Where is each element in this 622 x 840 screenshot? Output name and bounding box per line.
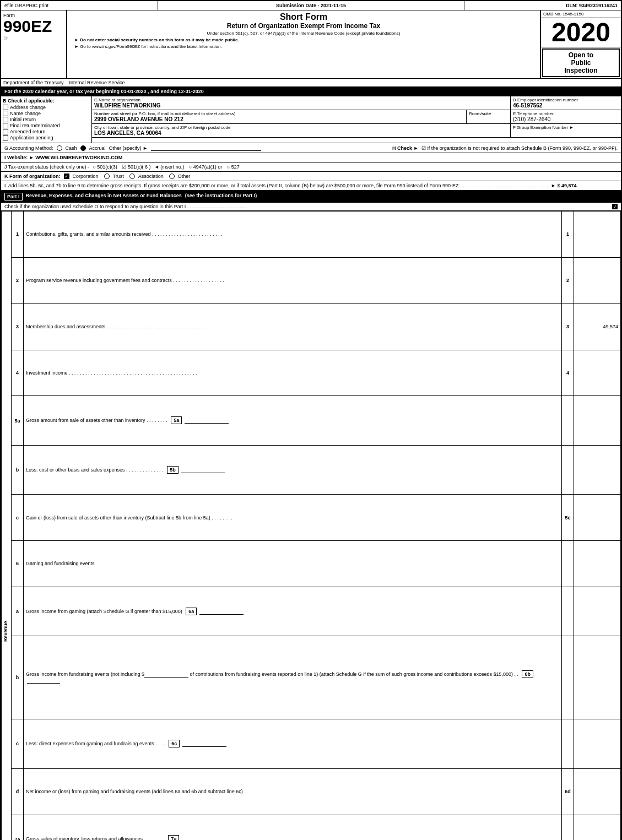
other-specify: Other (specify) ►: [109, 145, 148, 151]
line-1-desc: Contributions, gifts, grants, and simila…: [24, 212, 562, 258]
schedule-o-text: Check if the organization used Schedule …: [4, 204, 246, 209]
other-org-radio[interactable]: [169, 174, 175, 179]
org-name-value: WILDFIRE NETWORKING: [94, 102, 508, 109]
corp-label: Corporation: [73, 174, 99, 179]
line-6a-linenum: [562, 587, 574, 636]
line-6-value: [574, 541, 621, 587]
line-5b-value: [574, 445, 621, 494]
accounting-label: G Accounting Method:: [4, 145, 53, 151]
line-5c-desc: Gain or (loss) from sale of assets other…: [24, 495, 562, 541]
assoc-label: Association: [138, 174, 164, 179]
form-number: 990EZ: [3, 18, 64, 35]
omb-number: OMB No. 1545-1150: [541, 10, 621, 18]
phone-value: (310) 287-2640: [513, 116, 619, 122]
line-7a-desc: Gross sales of inventory, less returns a…: [24, 815, 562, 840]
line-5a-desc: Gross amount from sale of assets other t…: [24, 396, 562, 445]
tax-status-501c3: ○ 501(c)(3): [93, 164, 117, 170]
cash-radio[interactable]: [57, 145, 62, 151]
trust-label: Trust: [113, 174, 124, 179]
corp-checkbox[interactable]: [64, 174, 69, 179]
open-to-public: Open to Public Inspection: [542, 48, 620, 77]
group-exemption-label: F Group Exemption Number ►: [513, 125, 619, 130]
phone-label: E Telephone number: [513, 111, 619, 116]
schedule-o-checkbox[interactable]: [612, 204, 618, 209]
line-6b-linenum: [562, 636, 574, 719]
form-org-label: K Form of organization:: [4, 174, 61, 179]
line-6-desc: Gaming and fundraising events: [24, 541, 562, 587]
form-symbol: ☞: [3, 35, 64, 42]
website-label: I Website: ►: [4, 155, 34, 160]
line-5a-value: [574, 396, 621, 445]
tax-year-row: For the 2020 calendar year, or tax year …: [1, 87, 621, 96]
accrual-label: Accrual: [89, 145, 106, 151]
line-7a-value: [574, 815, 621, 840]
room-label: Room/suite: [469, 111, 508, 116]
line-5a-linenum: [562, 396, 574, 445]
cash-label: Cash: [66, 145, 77, 151]
tax-status-501c6: ☑ 501(c)( 6 ): [122, 164, 150, 170]
final-return-item: Final return/terminated: [3, 123, 90, 128]
street-label: Number and street (or P.O. box, if mail …: [94, 111, 464, 116]
submission-date: Submission Date - 2021-11-15: [158, 1, 465, 10]
line-5c-value: [574, 495, 621, 541]
other-org-label: Other: [178, 174, 191, 179]
line-4-desc: Investment income . . . . . . . . . . . …: [24, 350, 562, 396]
final-return-checkbox[interactable]: [3, 123, 8, 128]
tax-status-527: ○ 527: [227, 164, 240, 170]
l-amount: 49,574: [561, 183, 577, 188]
efile-label: efile GRAPHIC print: [1, 1, 158, 10]
h-check-text: ☑ if the organization is not required to…: [421, 145, 618, 151]
line-2-desc: Program service revenue including govern…: [24, 257, 562, 304]
city-value: LOS ANGELES, CA 90064: [94, 130, 508, 136]
tax-year: 2020: [541, 18, 621, 47]
l-line-text: L Add lines 5b, 6c, and 7b to line 9 to …: [4, 183, 560, 188]
line-6a-desc: Gross income from gaming (attach Schedul…: [24, 587, 562, 636]
tax-status-insert: ◄ (insert no.): [154, 164, 184, 170]
trust-radio[interactable]: [104, 174, 110, 179]
amended-return-item: Amended return: [3, 129, 90, 134]
line-6c-value: [574, 719, 621, 768]
short-form-title: Short Form: [69, 12, 538, 22]
assoc-radio[interactable]: [129, 174, 135, 179]
initial-return-checkbox[interactable]: [3, 117, 8, 122]
ein-label: D Employer identification number: [513, 97, 619, 102]
b-check-label: B Check if applicable:: [3, 98, 90, 104]
website-url: WWW.WILDNIRENETWORKING.COM: [35, 155, 122, 160]
ein-value: 46-5197562: [513, 102, 619, 109]
accrual-radio[interactable]: [80, 145, 86, 151]
street-value: 2999 OVERLAND AVENUE NO 212: [94, 116, 464, 122]
amended-return-checkbox[interactable]: [3, 129, 8, 134]
application-pending-checkbox[interactable]: [3, 135, 8, 140]
address-change-checkbox[interactable]: [3, 105, 8, 110]
dln-number: DLN: 93492319116241: [464, 1, 621, 10]
under-section: Under section 501(c), 527, or 4947(a)(1)…: [69, 31, 538, 36]
line-6b-desc: Gross income from fundraising events (no…: [24, 636, 562, 719]
line-6c-desc: Less: direct expenses from gaming and fu…: [24, 719, 562, 768]
line-6d-value: [574, 768, 621, 815]
tax-status-4947: ○ 4947(a)(1) or: [189, 164, 222, 170]
tax-status-label: J Tax-exempt status (check only one) -: [4, 164, 89, 170]
line-5b-linenum: [562, 445, 574, 494]
line-3-desc: Membership dues and assessments . . . . …: [24, 304, 562, 350]
name-change-checkbox[interactable]: [3, 111, 8, 116]
irs-label: Internal Revenue Service: [69, 80, 125, 85]
part-i-header: Part I Revenue, Expenses, and Changes in…: [1, 191, 621, 203]
line-7a-linenum: [562, 815, 574, 840]
line-6c-linenum: [562, 719, 574, 768]
name-change-item: Name change: [3, 111, 90, 116]
address-change-item: Address change: [3, 105, 90, 110]
city-label: City or town, state or province, country…: [94, 125, 508, 130]
line-6a-value: [574, 587, 621, 636]
org-name-label: C Name of organization: [94, 97, 508, 102]
return-title: Return of Organization Exempt From Incom…: [69, 22, 538, 30]
line-4-value: [574, 350, 621, 396]
line-6d-desc: Net income or (loss) from gaming and fun…: [24, 768, 562, 815]
dept-label: Department of the Treasury: [3, 80, 64, 85]
h-check-label: H Check ►: [392, 145, 418, 151]
initial-return-item: Initial return: [3, 117, 90, 122]
go-to-notice: ► Go to www.irs.gov/Form990EZ for instru…: [69, 44, 538, 49]
line-2-value: [574, 257, 621, 304]
line-6-linenum: [562, 541, 574, 587]
revenue-side-label: Revenue: [2, 212, 9, 840]
application-pending-item: Application pending: [3, 135, 90, 140]
